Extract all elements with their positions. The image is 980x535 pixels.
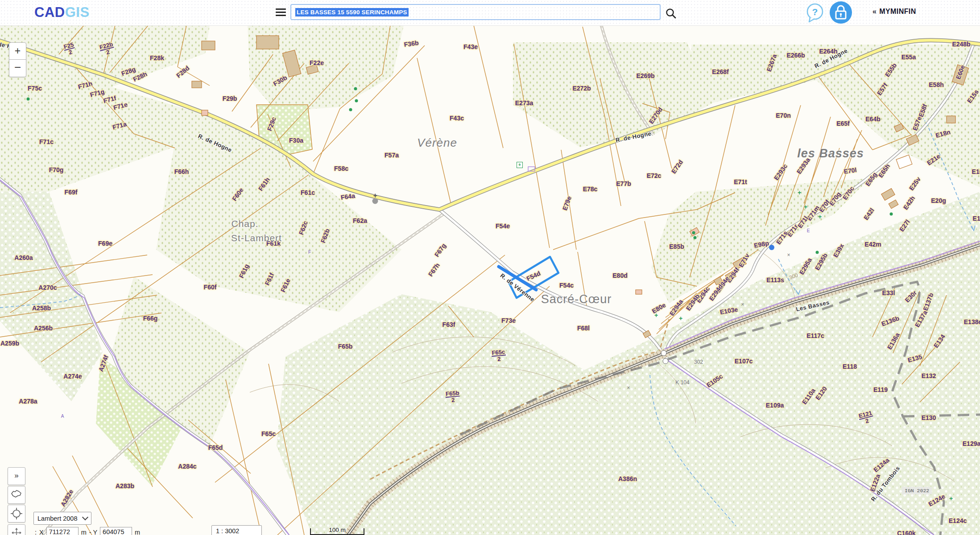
x-coordinate-input[interactable]: 711272 [46, 527, 79, 535]
zoom-out-button[interactable]: − [9, 59, 26, 77]
logo-gis: GIS [65, 4, 90, 20]
y-unit: m [135, 529, 140, 535]
login-button[interactable] [830, 1, 852, 24]
cadgis-app: { "header": { "brand": {"cad": "CAD", "g… [0, 0, 980, 535]
projection-value: Lambert 2008 [37, 515, 77, 522]
crosshair-icon [10, 507, 23, 520]
pan-button[interactable] [8, 524, 25, 535]
top-bar: CADGIS LES BASSES 15 5590 SERINCHAMPS ? … [0, 0, 980, 26]
y-label: - Y [89, 529, 97, 535]
projection-select[interactable]: Lambert 2008 [33, 512, 91, 525]
search-input[interactable]: LES BASSES 15 5590 SERINCHAMPS [290, 4, 661, 20]
search-selected-text: LES BASSES 15 5590 SERINCHAMPS [295, 8, 409, 16]
map-base [0, 0, 980, 535]
myminfin-chevrons: « [872, 8, 877, 15]
expand-panel-button[interactable]: » [8, 467, 25, 485]
cadgis-logo[interactable]: CADGIS [34, 4, 90, 21]
coordinate-bar: : X 711272 m - Y 604075 m [35, 527, 140, 535]
question-bubble-icon: ? [804, 2, 826, 23]
x-label: X [39, 529, 44, 535]
help-button[interactable]: ? [804, 2, 826, 23]
y-coordinate-input[interactable]: 604075 [100, 527, 132, 535]
scale-bar-label: 100 m [310, 527, 364, 533]
pan-arrows-icon [11, 527, 22, 535]
belgium-extent-button[interactable] [8, 486, 25, 504]
locate-button[interactable] [8, 505, 25, 523]
lock-icon [830, 1, 852, 24]
coord-prefix: : [35, 529, 37, 535]
svg-text:?: ? [812, 7, 818, 17]
zoom-in-button[interactable]: + [9, 42, 26, 60]
magnifier-icon[interactable] [665, 8, 677, 19]
belgium-outline-icon [11, 489, 22, 499]
map-canvas[interactable]: F252F22b2F28kF28gF28hF28dF29bF75cF71hF71… [0, 0, 980, 535]
myminfin-label: MYMINFIN [879, 8, 916, 15]
myminfin-link[interactable]: «MYMINFIN [872, 8, 916, 16]
scale-bar: 100 m [310, 527, 364, 535]
x-unit: m [81, 529, 87, 535]
scale-input[interactable]: 1 : 3002 [211, 525, 262, 535]
map-attribution: IGN 2022 [902, 487, 932, 494]
chevron-down-icon [82, 514, 88, 520]
menu-hamburger-icon[interactable] [276, 8, 286, 17]
logo-cad: CAD [34, 4, 65, 20]
